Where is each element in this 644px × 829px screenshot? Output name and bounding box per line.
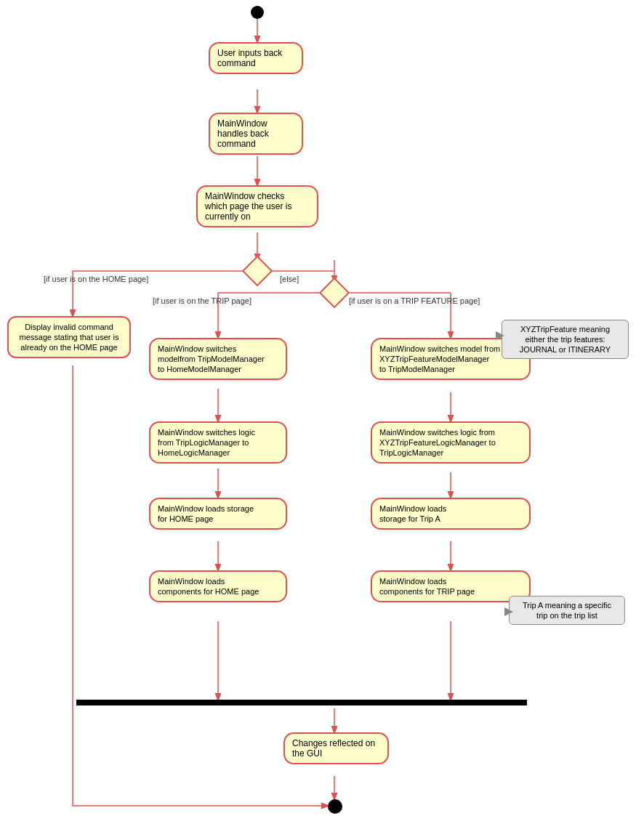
diamond1: [242, 256, 273, 286]
start-circle: [251, 6, 264, 19]
node-load-components-trip: MainWindow loads components for TRIP pag…: [371, 570, 531, 602]
node-changes-reflected: Changes reflected on the GUI: [283, 732, 389, 764]
node-display-invalid: Display invalid command message stating …: [7, 316, 131, 358]
svg-marker-22: [496, 331, 504, 340]
node-mainwindow-checks: MainWindow checks which page the user is…: [196, 185, 318, 227]
diamond2: [319, 278, 350, 308]
node-sw-model-trip-home: MainWindow switches modelfrom TripModelM…: [149, 338, 287, 380]
node-load-components-home: MainWindow loads components for HOME pag…: [149, 570, 287, 602]
node-load-storage-trip: MainWindow loads storage for Trip A: [371, 498, 531, 530]
diagram-container: User inputs back command MainWindow hand…: [0, 0, 644, 829]
guard-trip-feature-label: [if user is on a TRIP FEATURE page]: [349, 296, 480, 305]
node-load-storage-home: MainWindow loads storage for HOME page: [149, 498, 287, 530]
join-bar: [76, 700, 527, 705]
svg-marker-23: [504, 607, 513, 616]
node-sw-logic-trip-home: MainWindow switches logic from TripLogic…: [149, 421, 287, 464]
guard-else-label: [else]: [280, 275, 299, 283]
guard-home-label: [if user is on the HOME page]: [44, 275, 148, 283]
callout-trip-a: Trip A meaning a specific trip on the tr…: [509, 596, 625, 625]
node-sw-logic-xyz-trip: MainWindow switches logic from XYZTripFe…: [371, 421, 531, 464]
end-circle: [328, 799, 342, 814]
guard-trip-label: [if user is on the TRIP page]: [153, 296, 251, 305]
node-user-inputs-back: User inputs back command: [209, 42, 303, 74]
callout-xyz: XYZTripFeature meaning either the trip f…: [502, 320, 629, 359]
node-mainwindow-handles: MainWindow handles back command: [209, 113, 303, 155]
